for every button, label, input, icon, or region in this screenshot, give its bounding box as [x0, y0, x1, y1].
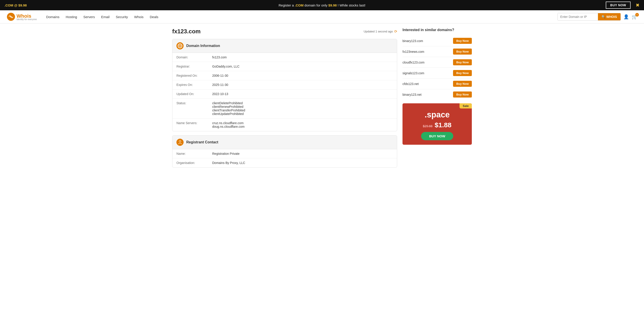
row-label: Name Servers: — [172, 118, 208, 131]
svg-point-1 — [10, 16, 12, 18]
similar-buy-button[interactable]: Buy Now — [453, 70, 472, 76]
nav-security[interactable]: Security — [113, 13, 130, 20]
similar-domain-row: cloudfx123.comBuy Now — [402, 57, 472, 68]
table-row: Name Servers:cruz.ns.cloudflare.comdoug.… — [172, 118, 397, 131]
row-value: fx123.com — [208, 53, 397, 62]
row-value: Registration Private — [208, 149, 397, 158]
search-bar: 🔍 WHOIS — [558, 13, 621, 20]
banner-price-highlight: $9.98 — [328, 3, 337, 7]
row-label: Organisation: — [172, 158, 208, 168]
sale-card: Sale .space $29.88 $1.88 BUY NOW — [402, 103, 472, 145]
banner-left-price: .COM @ $9.98 — [4, 3, 27, 7]
row-value: cruz.ns.cloudflare.comdoug.ns.cloudflare… — [208, 118, 397, 131]
similar-domain-name: fx123news.com — [402, 50, 424, 54]
search-input[interactable] — [558, 13, 598, 20]
header: Whois Identity for everyone Domains Host… — [0, 10, 644, 24]
similar-domain-name: cloudfx123.com — [402, 60, 424, 64]
header-right: 🔍 WHOIS 👤 🛒 0 — [558, 13, 637, 20]
similar-domain-row: binary123.comBuy Now — [402, 36, 472, 46]
nav-email[interactable]: Email — [98, 13, 112, 20]
banner-close-button[interactable]: ✖ — [636, 3, 640, 8]
domain-info-card: Domain Information Domain:fx123.comRegis… — [172, 39, 397, 131]
domain-info-header: Domain Information — [172, 39, 397, 53]
main-nav: Domains Hosting Servers Email Security W… — [44, 13, 558, 20]
logo-link[interactable]: Whois Identity for everyone — [7, 12, 37, 21]
table-row: Registrar:GoDaddy.com, LLC — [172, 62, 397, 71]
similar-buy-button[interactable]: Buy Now — [453, 48, 472, 54]
logo-icon — [7, 12, 15, 21]
similar-buy-button[interactable]: Buy Now — [453, 59, 472, 65]
row-value: 2006-11-30 — [208, 71, 397, 80]
registrant-card: Registrant Contact Name:Registration Pri… — [172, 135, 397, 168]
domain-info-icon — [176, 42, 184, 50]
cart-icon[interactable]: 🛒 0 — [632, 14, 637, 20]
row-label: Status: — [172, 99, 208, 118]
refresh-icon[interactable]: ⟳ — [394, 29, 397, 34]
search-button-label: WHOIS — [606, 15, 617, 18]
row-label: Domain: — [172, 53, 208, 62]
sale-pricing: $29.88 $1.88 — [407, 121, 467, 129]
similar-domain-row: signals123.comBuy Now — [402, 68, 472, 78]
similar-buy-button[interactable]: Buy Now — [453, 38, 472, 44]
similar-title: Interested in similar domains? — [402, 28, 472, 32]
person-icon — [178, 140, 182, 145]
table-row: Name:Registration Private — [172, 149, 397, 158]
row-value: 2022-10-13 — [208, 90, 397, 99]
similar-domains-list: binary123.comBuy Nowfx123news.comBuy Now… — [402, 36, 472, 100]
table-row: Expires On:2025-11-30 — [172, 80, 397, 90]
table-row: Updated On:2022-10-13 — [172, 90, 397, 99]
sale-new-price: $1.88 — [435, 121, 452, 128]
updated-text: Updated 1 second ago — [364, 30, 393, 33]
registrant-table: Name:Registration PrivateOrganisation:Do… — [172, 149, 397, 167]
nav-domains[interactable]: Domains — [44, 13, 62, 20]
sale-badge: Sale — [460, 103, 472, 108]
row-label: Updated On: — [172, 90, 208, 99]
banner-domain-text: domain for only — [304, 3, 328, 7]
row-label: Registered On: — [172, 71, 208, 80]
banner-center-text: Register a .COM domain for only $9.98 ! … — [278, 3, 366, 7]
similar-domain-name: signals123.com — [402, 71, 424, 75]
www-icon — [178, 44, 182, 48]
similar-domain-row: cfds123.netBuy Now — [402, 78, 472, 89]
logo-tagline: Identity for everyone — [16, 18, 37, 20]
banner-register-text: Register a — [278, 3, 295, 7]
row-value: clientDeleteProhibitedclientRenewProhibi… — [208, 99, 397, 118]
banner-end-text: ! While stocks last! — [338, 3, 366, 7]
table-row: Registered On:2006-11-30 — [172, 71, 397, 80]
user-icon[interactable]: 👤 — [624, 14, 629, 20]
updated-info: Updated 1 second ago ⟳ — [364, 29, 397, 34]
domain-title: fx123.com — [172, 28, 200, 35]
registrant-header: Registrant Contact — [172, 136, 397, 149]
search-button[interactable]: 🔍 WHOIS — [598, 13, 620, 20]
similar-buy-button[interactable]: Buy Now — [453, 81, 472, 87]
similar-domain-name: binary123.net — [402, 93, 422, 96]
similar-buy-button[interactable]: Buy Now — [453, 92, 472, 98]
banner-buy-now-button[interactable]: BUY NOW — [606, 2, 630, 9]
similar-domain-name: binary123.com — [402, 39, 423, 43]
row-label: Name: — [172, 149, 208, 158]
main-content: fx123.com Updated 1 second ago ⟳ D — [166, 24, 478, 176]
registrant-icon — [176, 139, 184, 146]
similar-domain-row: fx123news.comBuy Now — [402, 46, 472, 57]
top-banner: .COM @ $9.98 Register a .COM domain for … — [0, 0, 644, 10]
row-value: Domains By Proxy, LLC — [208, 158, 397, 168]
content-right: Interested in similar domains? binary123… — [402, 28, 472, 172]
row-label: Expires On: — [172, 80, 208, 90]
domain-header: fx123.com Updated 1 second ago ⟳ — [172, 28, 397, 35]
sale-extension: .space — [407, 110, 467, 120]
sale-buy-button[interactable]: BUY NOW — [421, 132, 453, 140]
nav-whois[interactable]: Whois — [132, 13, 146, 20]
sale-old-price: $29.88 — [423, 124, 432, 128]
banner-com-highlight: .COM — [295, 3, 304, 7]
nav-hosting[interactable]: Hosting — [63, 13, 80, 20]
nav-servers[interactable]: Servers — [81, 13, 98, 20]
similar-domain-name: cfds123.net — [402, 82, 418, 86]
table-row: Domain:fx123.com — [172, 53, 397, 62]
table-row: Organisation:Domains By Proxy, LLC — [172, 158, 397, 168]
registrant-title: Registrant Contact — [186, 140, 218, 144]
nav-deals[interactable]: Deals — [147, 13, 161, 20]
similar-domain-row: binary123.netBuy Now — [402, 89, 472, 100]
cart-badge: 0 — [635, 13, 639, 16]
domain-info-table: Domain:fx123.comRegistrar:GoDaddy.com, L… — [172, 53, 397, 131]
content-left: fx123.com Updated 1 second ago ⟳ D — [172, 28, 397, 172]
